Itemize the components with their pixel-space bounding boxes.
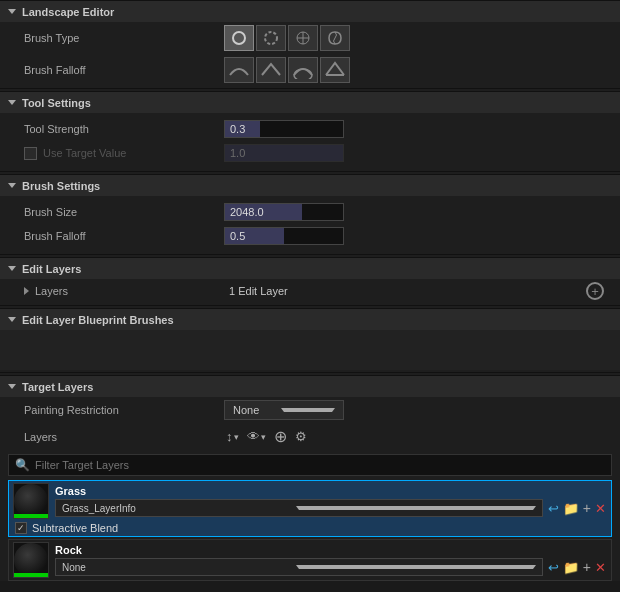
rock-thumb	[13, 542, 49, 578]
brush-settings-collapse	[8, 183, 16, 188]
edit-layers-header[interactable]: Edit Layers	[0, 257, 620, 279]
filter-input[interactable]	[35, 459, 605, 471]
layer-item-rock[interactable]: Rock None ↩ 📁 + ✕	[8, 539, 612, 581]
tool-strength-row: Tool Strength 0.3	[0, 117, 620, 141]
grass-thumb-bar	[14, 514, 48, 518]
use-target-label-wrap: Use Target Value	[24, 147, 224, 160]
brush-type-circle[interactable]	[224, 25, 254, 51]
filter-box[interactable]: 🔍	[8, 454, 612, 476]
brush-falloff-row: Brush Falloff	[0, 54, 620, 86]
rock-undo-icon[interactable]: ↩	[547, 559, 560, 576]
layers-sort-button[interactable]: ↕ ▾	[224, 428, 241, 445]
layers-settings-button[interactable]: ⚙	[293, 428, 309, 445]
tool-strength-value: 0.3	[225, 121, 343, 137]
rock-layer-info: Rock None ↩ 📁 + ✕	[55, 544, 607, 576]
brush-falloff-settings-control: 0.5	[224, 227, 604, 245]
brush-falloff-linear[interactable]	[256, 57, 286, 83]
use-target-value: 1.0	[225, 145, 343, 161]
rock-layer-name: Rock	[55, 544, 607, 556]
grass-undo-icon[interactable]: ↩	[547, 500, 560, 517]
target-layers-header[interactable]: Target Layers	[0, 375, 620, 397]
grass-layer-info: Grass Grass_LayerInfo ↩ 📁 + ✕	[55, 485, 607, 517]
brush-falloff-slider[interactable]: 0.5	[224, 227, 344, 245]
grass-subtractive-row: ✓ Subtractive Blend	[9, 521, 611, 536]
blueprint-brushes-header[interactable]: Edit Layer Blueprint Brushes	[0, 308, 620, 330]
edit-layers-row: Layers 1 Edit Layer +	[0, 279, 620, 303]
rock-folder-icon[interactable]: 📁	[562, 559, 580, 576]
brush-type-grid[interactable]	[288, 25, 318, 51]
layers-label: Layers	[35, 285, 229, 297]
grass-folder-icon[interactable]: 📁	[562, 500, 580, 517]
tool-settings-collapse	[8, 100, 16, 105]
add-layer-icon: +	[591, 285, 599, 298]
brush-settings-content: Brush Size 2048.0 Brush Falloff 0.5	[0, 196, 620, 252]
panel-collapse-icon	[8, 9, 16, 14]
svg-point-5	[294, 69, 312, 79]
rock-remove-icon[interactable]: ✕	[594, 559, 607, 576]
grass-dropdown-row: Grass_LayerInfo ↩ 📁 + ✕	[55, 499, 607, 517]
edit-layers-label: Edit Layers	[22, 263, 81, 275]
layer-item-grass[interactable]: Grass Grass_LayerInfo ↩ 📁 + ✕ ✓ Sub	[8, 480, 612, 537]
grass-dropdown[interactable]: Grass_LayerInfo	[55, 499, 543, 517]
eye-chevron: ▾	[261, 432, 266, 442]
target-layers-label: Target Layers	[22, 381, 93, 393]
brush-falloff-settings-label: Brush Falloff	[24, 230, 224, 242]
rock-layer-icons: ↩ 📁 + ✕	[547, 558, 607, 576]
target-layers-collapse	[8, 384, 16, 389]
tool-settings-header[interactable]: Tool Settings	[0, 91, 620, 113]
brush-settings-header[interactable]: Brush Settings	[0, 174, 620, 196]
grass-remove-icon[interactable]: ✕	[594, 500, 607, 517]
sort-icon: ↕	[226, 429, 233, 444]
brush-falloff-tip[interactable]	[320, 57, 350, 83]
panel-header[interactable]: Landscape Editor	[0, 0, 620, 22]
painting-restriction-row: Painting Restriction None	[0, 397, 620, 423]
painting-restriction-dropdown[interactable]: None	[224, 400, 344, 420]
sort-chevron: ▾	[234, 432, 239, 442]
layers-add-button[interactable]: ⊕	[272, 426, 289, 447]
rock-dropdown-value: None	[62, 562, 296, 573]
use-target-checkbox[interactable]	[24, 147, 37, 160]
brush-size-value: 2048.0	[225, 204, 343, 220]
brush-type-cross[interactable]	[320, 25, 350, 51]
divider-2	[0, 171, 620, 172]
use-target-control: 1.0	[224, 144, 604, 162]
rock-add-icon[interactable]: +	[582, 558, 592, 576]
svg-point-1	[265, 32, 277, 44]
painting-restriction-arrow	[281, 408, 335, 412]
tool-strength-control: 0.3	[224, 120, 604, 138]
brush-falloff-smooth[interactable]	[224, 57, 254, 83]
brush-size-label: Brush Size	[24, 206, 224, 218]
use-target-value-row: Use Target Value 1.0	[0, 141, 620, 165]
brush-size-control: 2048.0	[224, 203, 604, 221]
painting-restriction-value: None	[233, 404, 281, 416]
landscape-editor-panel: Landscape Editor Brush Type	[0, 0, 620, 581]
layers-control-row: Layers ↕ ▾ 👁 ▾ ⊕ ⚙	[0, 423, 620, 450]
brush-type-square[interactable]	[256, 25, 286, 51]
eye-icon: 👁	[247, 429, 260, 444]
grass-add-icon[interactable]: +	[582, 499, 592, 517]
grass-layer-icons: ↩ 📁 + ✕	[547, 499, 607, 517]
rock-dropdown-arrow	[296, 565, 536, 569]
brush-falloff-value: 0.5	[225, 228, 343, 244]
rock-thumb-bar	[14, 573, 48, 577]
subtractive-checkbox[interactable]: ✓	[15, 522, 27, 534]
add-layer-button[interactable]: +	[586, 282, 604, 300]
layers-visibility-button[interactable]: 👁 ▾	[245, 428, 268, 445]
grass-layer-name: Grass	[55, 485, 607, 497]
brush-size-row: Brush Size 2048.0	[0, 200, 620, 224]
grass-dropdown-arrow	[296, 506, 536, 510]
brush-size-slider[interactable]: 2048.0	[224, 203, 344, 221]
brush-falloff-buttons	[224, 57, 350, 83]
grass-thumb-inner	[14, 484, 48, 518]
tool-strength-slider[interactable]: 0.3	[224, 120, 344, 138]
edit-layer-count: 1 Edit Layer	[229, 285, 578, 297]
painting-restriction-label: Painting Restriction	[24, 404, 224, 416]
layers-expand-arrow[interactable]	[24, 287, 29, 295]
grass-layer-header: Grass Grass_LayerInfo ↩ 📁 + ✕	[9, 481, 611, 521]
tool-settings-label: Tool Settings	[22, 97, 91, 109]
tool-settings-content: Tool Strength 0.3 Use Target Value 1.0	[0, 113, 620, 169]
divider-1	[0, 88, 620, 89]
brush-falloff-sphere[interactable]	[288, 57, 318, 83]
panel-title: Landscape Editor	[22, 6, 114, 18]
rock-dropdown[interactable]: None	[55, 558, 543, 576]
